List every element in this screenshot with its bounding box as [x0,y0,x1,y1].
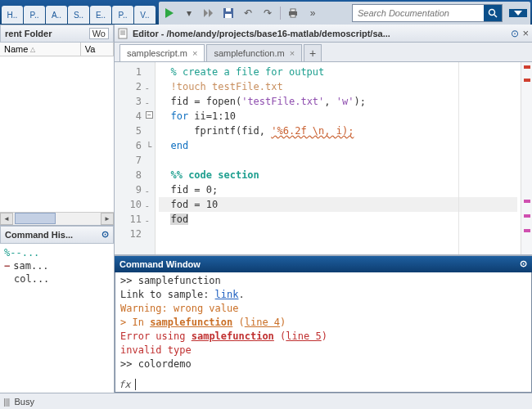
fx-icon[interactable]: fx [119,379,130,390]
tab-close-icon[interactable]: × [192,48,197,58]
warning-marker-icon[interactable] [524,214,530,218]
quick-access-toolbar: ▾ ↶ ↷ » [159,2,530,25]
history-timestamp[interactable]: %--... [4,246,110,259]
folder-hscrollbar[interactable]: ◄ ► [0,212,114,225]
undo-button[interactable]: ↶ [241,6,255,20]
tab-publish[interactable]: P.. [112,6,133,24]
tab-apps[interactable]: A.. [46,6,67,24]
current-folder-header[interactable]: rent Folder Wo [0,25,114,43]
editor-close-button[interactable]: × [522,27,529,39]
folder-columns: Name△ Va [0,43,114,56]
more-buttons-icon[interactable]: » [305,6,320,20]
toolstrip-collapse-button[interactable] [509,9,527,17]
file-tab-active[interactable]: samplescript.m× [119,44,205,61]
command-output[interactable]: >> samplefunction Link to sample: link. … [115,272,531,380]
tab-home[interactable]: H.. [2,6,23,24]
editor-menu-icon[interactable]: ⊙ [511,28,519,39]
history-item[interactable]: −sam... [4,259,110,272]
search-box [352,4,503,22]
link[interactable]: line 5 [286,330,321,342]
panel-menu-icon[interactable]: ⊙ [101,229,109,240]
link[interactable]: samplefunction [192,330,274,342]
command-window-body: >> samplefunction Link to sample: link. … [115,272,532,393]
search-input[interactable] [353,5,484,21]
svg-marker-11 [514,11,522,16]
status-bar: |||| Busy [0,393,532,409]
line-gutter[interactable]: 1 2- 3- 4− 5 6└ 7 8 9- 10- 11- 12 [115,62,156,254]
command-window-header[interactable]: Command Window ⊙ [115,256,532,272]
fold-icon[interactable]: − [146,111,153,119]
error-marker-icon: − [4,259,10,272]
tab-shortcuts[interactable]: S.. [68,6,89,24]
file-tab-inactive[interactable]: samplefunction.m× [206,44,302,61]
command-history-list[interactable]: %--... −sam... col... [0,244,114,393]
new-tab-button[interactable]: + [304,44,322,61]
file-tabs: samplescript.m× samplefunction.m× + [115,43,532,62]
editor-header: Editor - /home/andy/projects/base16-matl… [115,25,532,43]
status-text: Busy [14,397,34,407]
run-advance-button[interactable] [201,6,216,20]
error-marker-icon[interactable] [524,65,530,69]
line-num: 7 [115,153,155,168]
cmd-error: invalid type [120,344,526,357]
line-num: 2- [115,79,155,94]
command-input-row[interactable]: fx [115,379,531,392]
link[interactable]: samplefunction [150,317,232,328]
command-history-header[interactable]: Command His... ⊙ [0,226,114,244]
link[interactable]: line 4 [245,317,280,328]
warning-marker-icon[interactable] [524,229,530,232]
run-dropdown-icon[interactable]: ▾ [182,6,196,20]
cmd-error: Error using samplefunction (line 5) [120,330,526,344]
line-num: 6└ [115,138,155,153]
workspace-tab[interactable]: Wo [89,28,109,39]
column-guide [458,62,459,254]
link[interactable]: link [215,289,239,300]
run-button[interactable] [162,6,177,20]
history-item[interactable]: col... [4,272,110,285]
svg-rect-8 [291,15,295,17]
svg-marker-2 [209,9,213,17]
code-editor[interactable]: % create a file for output !touch testFi… [156,62,521,254]
scroll-right-icon[interactable]: ► [101,213,114,225]
svg-marker-0 [165,8,174,18]
folder-list[interactable] [0,56,114,212]
scroll-left-icon[interactable]: ◄ [0,213,13,225]
svg-rect-4 [225,14,232,18]
tab-editor[interactable]: E.. [90,6,111,24]
command-history-panel: Command His... ⊙ %--... −sam... col... [0,226,114,393]
tab-plots[interactable]: P.. [24,6,45,24]
cmd-warning: Warning: wrong value [120,302,526,316]
text-cursor [135,379,136,390]
cmd-line: Link to sample: link. [120,288,526,302]
svg-rect-7 [291,9,295,11]
panel-menu-icon[interactable]: ⊙ [520,258,527,269]
line-num: 3- [115,94,155,109]
print-button[interactable] [286,6,300,20]
current-folder-panel: rent Folder Wo Name△ Va ◄ ► [0,25,114,226]
scroll-thumb[interactable] [15,213,56,224]
redo-button[interactable]: ↷ [260,6,275,20]
line-num: 8 [115,168,155,182]
line-num: 11- [115,212,155,227]
save-button[interactable] [221,6,236,20]
tab-view[interactable]: V.. [134,6,156,24]
cmd-warning: > In samplefunction (line 4) [120,316,526,330]
message-bar[interactable] [521,62,532,254]
line-num: 5 [115,124,155,138]
svg-line-10 [494,15,497,17]
cmd-line: >> colordemo [120,357,526,371]
error-marker-icon[interactable] [524,79,530,82]
svg-rect-5 [226,8,231,11]
left-dock: rent Folder Wo Name△ Va ◄ ► Command His.… [0,25,115,393]
command-window-title: Command Window [119,259,201,269]
line-num: 10- [115,197,155,212]
tab-close-icon[interactable]: × [290,48,295,58]
line-num: 1 [115,65,155,79]
warning-marker-icon[interactable] [524,200,530,203]
col-name[interactable]: Name△ [0,43,81,56]
col-value[interactable]: Va [81,43,114,56]
search-button[interactable] [484,5,502,21]
editor-area: 1 2- 3- 4− 5 6└ 7 8 9- 10- 11- 12 % crea… [115,62,532,254]
scroll-track[interactable] [57,213,101,225]
svg-rect-12 [119,29,127,38]
